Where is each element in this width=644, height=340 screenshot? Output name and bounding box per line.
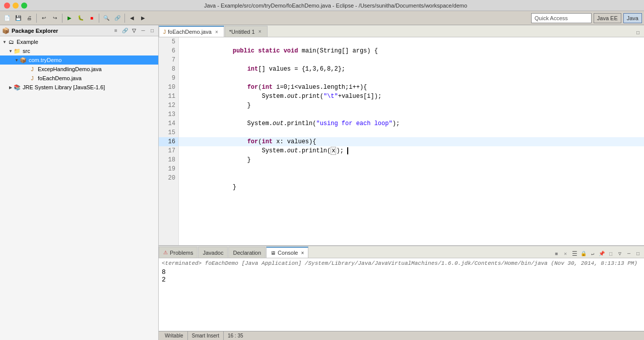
ln-11[interactable]: 11 [159, 92, 178, 101]
package-explorer-header: 📦 Package Explorer ≡ 🔗 ▽ ─ □ [0, 25, 158, 36]
ln-7[interactable]: 7 [159, 55, 178, 65]
toolbar-undo-btn[interactable]: ↩ [39, 13, 49, 23]
expand-arrow-jre[interactable]: ▶ [8, 85, 13, 90]
toolbar-debug-btn[interactable]: 🐛 [76, 13, 86, 23]
close-button[interactable] [4, 3, 10, 9]
console-icon: 🖥 [271, 250, 276, 256]
toolbar-new-btn[interactable]: 📄 [2, 13, 12, 23]
toolbar-redo-btn[interactable]: ↪ [50, 13, 60, 23]
console-scroll-lock-icon[interactable]: 🔒 [579, 250, 588, 258]
tab-untitled-label: *Untitled 1 [229, 29, 255, 35]
tree-item-com-trydemo[interactable]: ▼ 📦 com.tryDemo [0, 55, 158, 65]
toolbar-search-btn[interactable]: 🔍 [101, 13, 111, 23]
code-line-15[interactable]: for(int x: values){ [179, 128, 644, 137]
tab-declaration[interactable]: Declaration [228, 247, 266, 258]
editor-maximize-icon[interactable]: □ [634, 29, 642, 37]
tree-label-foreach: foEachDemo.java [38, 75, 82, 81]
java-ee-perspective-btn[interactable]: Java EE [594, 13, 621, 23]
panel-menu-icon[interactable]: ▽ [130, 27, 138, 35]
toolbar-print-btn[interactable]: 🖨 [24, 13, 34, 23]
ln-17[interactable]: 17 [159, 146, 178, 155]
expand-arrow-trydemo[interactable]: ▼ [14, 58, 19, 63]
code-area[interactable]: 5 6 7 8 9 10 11 12 13 14 15 16 17 18 19 … [159, 37, 644, 245]
minimize-button[interactable] [13, 3, 19, 9]
toolbar-stop-btn[interactable]: ■ [87, 13, 97, 23]
tab-problems-label: Problems [170, 250, 193, 256]
toolbar-run-btn[interactable]: ▶ [65, 13, 75, 23]
console-pin-icon[interactable]: 📌 [598, 250, 606, 258]
console-remove-icon[interactable]: ✕ [561, 250, 569, 258]
toolbar-prev-btn[interactable]: ◀ [127, 13, 137, 23]
ln-20[interactable]: 20 [159, 174, 178, 183]
code-line-19[interactable] [179, 164, 644, 174]
ln-13[interactable]: 13 [159, 110, 178, 119]
java-perspective-btn[interactable]: Java [623, 13, 642, 23]
project-icon: 🗂 [7, 38, 15, 46]
tab-console-close[interactable]: × [301, 250, 304, 256]
ln-10[interactable]: 10 [159, 83, 178, 92]
console-minimize-icon[interactable]: ─ [625, 250, 633, 258]
code-line-5[interactable]: public static void main(String[] args) { [179, 37, 644, 46]
link-with-editor-icon[interactable]: 🔗 [121, 27, 129, 35]
tree-item-jre[interactable]: ▶ 📚 JRE System Library [JavaSE-1.6] [0, 83, 158, 92]
window-controls[interactable] [4, 3, 27, 9]
java-icon-excep: J [28, 65, 36, 73]
ln-5[interactable]: 5 [159, 37, 178, 46]
tree-item-example[interactable]: ▼ 🗂 Example [0, 37, 158, 46]
status-bar: Writable Smart Insert 16 : 35 [159, 331, 644, 340]
tab-foreach-close[interactable]: × [214, 29, 220, 35]
tab-foreach[interactable]: J foEachDemo.java × [159, 26, 224, 37]
quick-access-box[interactable]: Quick Access [531, 13, 592, 23]
ln-6[interactable]: 6 [159, 46, 178, 55]
toolbar-sep-4 [124, 14, 125, 23]
left-panel: 📦 Package Explorer ≡ 🔗 ▽ ─ □ ▼ 🗂 Example… [0, 25, 159, 340]
ln-8[interactable]: 8 [159, 65, 178, 74]
tab-untitled-close[interactable]: × [257, 29, 263, 35]
maximize-panel-icon[interactable]: □ [148, 27, 156, 35]
ln-9[interactable]: 9 [159, 74, 178, 83]
library-icon-jre: 📚 [13, 83, 21, 91]
tab-problems[interactable]: ⚠ Problems [159, 247, 198, 258]
bottom-tab-icons: ■ ✕ ☰ 🔒 ↵ 📌 ⬚ ▽ ─ □ [552, 250, 644, 258]
ln-19[interactable]: 19 [159, 164, 178, 174]
ln-15[interactable]: 15 [159, 128, 178, 137]
ln-18[interactable]: 18 [159, 155, 178, 164]
console-output-line-1: 8 [162, 268, 641, 276]
code-line-7[interactable]: int[] values = {1,3,6,8,2}; [179, 55, 644, 65]
tree-item-excep[interactable]: ▶ J ExcepHandlingDemo.java [0, 65, 158, 74]
minimize-panel-icon[interactable]: ─ [139, 27, 147, 35]
tree-label-jre: JRE System Library [JavaSE-1.6] [23, 84, 105, 90]
console-output-line-2: 2 [162, 276, 641, 284]
toolbar-save-btn[interactable]: 💾 [13, 13, 23, 23]
tab-untitled[interactable]: *Untitled 1 × [225, 26, 268, 37]
tab-foreach-label: foEachDemo.java [168, 29, 212, 35]
console-options-icon[interactable]: ▽ [616, 250, 624, 258]
code-line-13[interactable]: System.out.println("using for each loop"… [179, 110, 644, 119]
status-insert-label: Smart Insert [192, 333, 219, 338]
ln-14[interactable]: 14 [159, 119, 178, 128]
ln-12[interactable]: 12 [159, 101, 178, 110]
console-stop-icon[interactable]: ■ [552, 250, 560, 258]
bottom-tab-bar: ⚠ Problems Javadoc Declaration 🖥 Console… [159, 246, 644, 258]
toolbar-next-btn[interactable]: ▶ [138, 13, 148, 23]
code-line-20[interactable]: } [179, 174, 644, 183]
tree-item-foreach[interactable]: ▶ J foEachDemo.java [0, 74, 158, 83]
tab-javadoc[interactable]: Javadoc [198, 247, 228, 258]
code-line-9[interactable]: for(int i=0;i<values.length;i++){ [179, 74, 644, 83]
tree-item-src[interactable]: ▼ 📁 src [0, 46, 158, 55]
console-wordwrap-icon[interactable]: ↵ [589, 250, 597, 258]
console-maximize-icon[interactable]: □ [634, 250, 642, 258]
maximize-button[interactable] [21, 3, 27, 9]
expand-arrow-src[interactable]: ▼ [8, 48, 13, 53]
expand-arrow-example[interactable]: ▼ [2, 39, 7, 44]
tab-bar-end: □ [634, 29, 644, 37]
console-clear-icon[interactable]: ☰ [570, 250, 578, 258]
tree-label-excep: ExcepHandlingDemo.java [38, 66, 102, 72]
collapse-all-icon[interactable]: ≡ [112, 27, 120, 35]
tab-console[interactable]: 🖥 Console × [266, 247, 308, 258]
toolbar-ref-btn[interactable]: 🔗 [112, 13, 122, 23]
panel-header-icons: ≡ 🔗 ▽ ─ □ [112, 27, 156, 35]
status-insert-mode: Smart Insert [188, 331, 224, 340]
ln-16[interactable]: 16 [159, 137, 178, 146]
console-newwindow-icon[interactable]: ⬚ [607, 250, 615, 258]
